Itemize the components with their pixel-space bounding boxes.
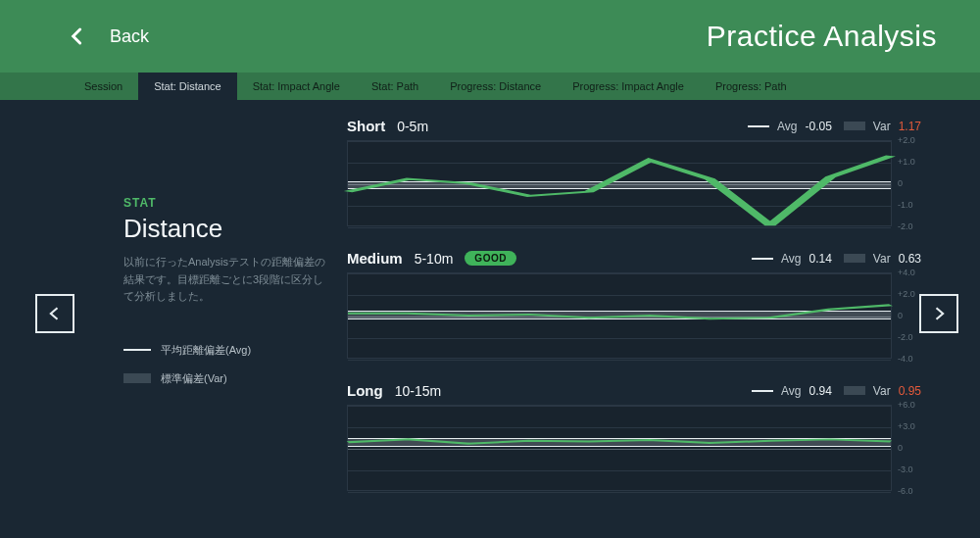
prev-button[interactable] — [35, 294, 74, 333]
chart-plot — [347, 272, 892, 359]
y-tick: 0 — [898, 178, 903, 188]
avg-swatch — [752, 258, 773, 260]
tab-bar: SessionStat: DistanceStat: Impact AngleS… — [0, 73, 980, 100]
y-tick: 0 — [898, 443, 903, 453]
legend-var-label: 標準偏差(Var) — [161, 371, 227, 386]
var-swatch — [844, 254, 865, 263]
avg-value: 0.94 — [808, 384, 831, 398]
chart-long: Long10-15mAvg0.94Var0.95+6.0+3.00-3.0-6.… — [347, 382, 925, 491]
chart-plot-box: +2.0+1.00-1.0-2.0 — [347, 140, 925, 226]
chart-metrics: Avg0.14Var0.63 — [752, 252, 925, 266]
var-value: 0.95 — [899, 384, 921, 398]
chart-name: Medium — [347, 250, 403, 267]
var-label: Var — [873, 252, 891, 266]
header: Back Practice Analysis — [0, 0, 980, 73]
stat-title: Distance — [123, 214, 329, 244]
avg-value: 0.14 — [808, 252, 831, 266]
y-tick: -3.0 — [898, 465, 913, 474]
charts-column: Short0-5mAvg-0.05Var1.17+2.0+1.00-1.0-2.… — [347, 118, 925, 538]
tab-session[interactable]: Session — [69, 73, 138, 100]
avg-swatch — [752, 390, 773, 392]
avg-value: -0.05 — [805, 120, 831, 133]
chevron-left-icon — [45, 304, 65, 323]
var-value: 0.63 — [899, 252, 921, 266]
stat-eyebrow: STAT — [123, 196, 329, 210]
tab-stat-path[interactable]: Stat: Path — [356, 73, 434, 100]
y-axis: +6.0+3.00-3.0-6.0 — [892, 405, 925, 491]
var-label: Var — [873, 120, 891, 133]
chart-header: Long10-15mAvg0.94Var0.95 — [347, 382, 925, 399]
grid-line — [348, 360, 891, 361]
side-panel: STAT Distance 以前に行ったAnalysisテストの距離偏差の結果で… — [123, 118, 329, 538]
legend-var-swatch — [123, 373, 151, 383]
page-title: Practice Analysis — [707, 20, 937, 53]
var-swatch — [844, 386, 865, 395]
y-axis: +2.0+1.00-1.0-2.0 — [892, 140, 925, 226]
grid-line — [348, 227, 891, 228]
data-line — [348, 406, 891, 490]
stat-description: 以前に行ったAnalysisテストの距離偏差の結果です。目標距離ごとに3段階に区… — [123, 254, 329, 306]
chart-short: Short0-5mAvg-0.05Var1.17+2.0+1.00-1.0-2.… — [347, 118, 925, 226]
y-tick: +2.0 — [898, 135, 915, 145]
badge-good: GOOD — [465, 251, 516, 266]
chart-metrics: Avg0.94Var0.95 — [752, 384, 925, 398]
chart-header: Medium5-10mGOODAvg0.14Var0.63 — [347, 250, 925, 267]
y-tick: +4.0 — [898, 268, 915, 277]
data-line — [348, 141, 891, 225]
var-swatch — [844, 122, 865, 130]
back-label: Back — [110, 26, 149, 47]
y-tick: +3.0 — [898, 421, 915, 431]
y-tick: +2.0 — [898, 289, 915, 299]
chart-range: 5-10m — [415, 251, 454, 267]
chart-name: Long — [347, 382, 383, 399]
chevron-right-icon — [929, 304, 949, 323]
avg-label: Avg — [777, 120, 797, 133]
tab-progress-distance[interactable]: Progress: Distance — [434, 73, 557, 100]
tab-progress-path[interactable]: Progress: Path — [700, 73, 803, 100]
y-tick: +1.0 — [898, 157, 915, 167]
chart-range: 0-5m — [397, 119, 428, 134]
y-tick: -4.0 — [898, 354, 913, 364]
chart-plot-box: +6.0+3.00-3.0-6.0 — [347, 405, 925, 491]
chart-plot — [347, 140, 892, 226]
chart-metrics: Avg-0.05Var1.17 — [748, 120, 925, 133]
legend-avg-label: 平均距離偏差(Avg) — [161, 343, 251, 358]
legend-avg: 平均距離偏差(Avg) — [123, 343, 329, 358]
chart-medium: Medium5-10mGOODAvg0.14Var0.63+4.0+2.00-2… — [347, 250, 925, 359]
avg-label: Avg — [781, 252, 801, 266]
y-tick: -2.0 — [898, 332, 913, 342]
y-tick: 0 — [898, 311, 903, 320]
y-tick: +6.0 — [898, 400, 915, 410]
y-tick: -6.0 — [898, 486, 913, 496]
chart-range: 10-15m — [395, 383, 441, 399]
data-line — [348, 273, 891, 358]
var-label: Var — [873, 384, 891, 398]
chart-name: Short — [347, 118, 385, 134]
avg-swatch — [748, 125, 769, 127]
back-icon — [69, 23, 96, 50]
chart-plot-box: +4.0+2.00-2.0-4.0 — [347, 272, 925, 359]
legend: 平均距離偏差(Avg) 標準偏差(Var) — [123, 343, 329, 386]
tab-progress-impact-angle[interactable]: Progress: Impact Angle — [557, 73, 700, 100]
next-button[interactable] — [919, 294, 958, 333]
var-value: 1.17 — [899, 120, 921, 133]
grid-line — [348, 492, 891, 493]
tab-stat-distance[interactable]: Stat: Distance — [138, 73, 236, 100]
avg-label: Avg — [781, 384, 801, 398]
y-tick: -2.0 — [898, 221, 913, 231]
legend-avg-swatch — [123, 349, 151, 351]
chart-header: Short0-5mAvg-0.05Var1.17 — [347, 118, 925, 134]
chart-plot — [347, 405, 892, 491]
content: STAT Distance 以前に行ったAnalysisテストの距離偏差の結果で… — [0, 100, 980, 538]
tab-stat-impact-angle[interactable]: Stat: Impact Angle — [237, 73, 356, 100]
back-button[interactable]: Back — [69, 23, 149, 50]
y-tick: -1.0 — [898, 200, 913, 210]
legend-var: 標準偏差(Var) — [123, 371, 329, 386]
